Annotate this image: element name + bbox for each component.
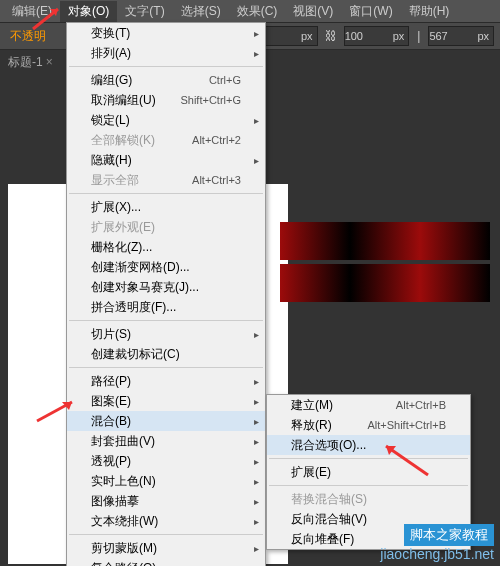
menu-item[interactable]: 复合路径(O) bbox=[67, 558, 265, 566]
menu-item[interactable]: 封套扭曲(V) bbox=[67, 431, 265, 451]
menu-item[interactable]: 建立(M)Alt+Ctrl+B bbox=[267, 395, 470, 415]
menu-item-label: 反向堆叠(F) bbox=[291, 531, 354, 548]
menu-item-label: 混合(B) bbox=[91, 413, 131, 430]
menu-item[interactable]: 编组(G)Ctrl+G bbox=[67, 70, 265, 90]
menu-item[interactable]: 混合选项(O)... bbox=[267, 435, 470, 455]
menu-item-label: 扩展(E) bbox=[291, 464, 331, 481]
shortcut: Ctrl+G bbox=[209, 74, 241, 86]
gradient-rect-2[interactable] bbox=[280, 264, 490, 302]
menu-item-label: 切片(S) bbox=[91, 326, 131, 343]
menu-item[interactable]: 创建渐变网格(D)... bbox=[67, 257, 265, 277]
menu-3[interactable]: 选择(S) bbox=[173, 1, 229, 22]
shortcut: Alt+Shift+Ctrl+B bbox=[367, 419, 446, 431]
menu-0[interactable]: 编辑(E) bbox=[4, 1, 60, 22]
menu-item-label: 创建渐变网格(D)... bbox=[91, 259, 190, 276]
menu-item-label: 释放(R) bbox=[291, 417, 332, 434]
menu-item-label: 锁定(L) bbox=[91, 112, 130, 129]
separator bbox=[69, 367, 263, 368]
menu-item[interactable]: 排列(A) bbox=[67, 43, 265, 63]
menu-item-label: 取消编组(U) bbox=[91, 92, 156, 109]
menu-item[interactable]: 锁定(L) bbox=[67, 110, 265, 130]
menu-item[interactable]: 拼合透明度(F)... bbox=[67, 297, 265, 317]
menu-item[interactable]: 扩展(X)... bbox=[67, 197, 265, 217]
menu-item[interactable]: 路径(P) bbox=[67, 371, 265, 391]
menu-item-label: 混合选项(O)... bbox=[291, 437, 366, 454]
shortcut: Shift+Ctrl+G bbox=[180, 94, 241, 106]
shortcut: Alt+Ctrl+B bbox=[396, 399, 446, 411]
menu-item-label: 封套扭曲(V) bbox=[91, 433, 155, 450]
field-2-input[interactable] bbox=[345, 30, 389, 42]
separator-icon: | bbox=[413, 29, 424, 43]
menu-item: 全部解锁(K)Alt+Ctrl+2 bbox=[67, 130, 265, 150]
object-menu-dropdown: 变换(T)排列(A)编组(G)Ctrl+G取消编组(U)Shift+Ctrl+G… bbox=[66, 22, 266, 566]
menu-item-label: 反向混合轴(V) bbox=[291, 511, 367, 528]
menu-item-label: 建立(M) bbox=[291, 397, 333, 414]
shortcut: Alt+Ctrl+2 bbox=[192, 134, 241, 146]
menu-item-label: 实时上色(N) bbox=[91, 473, 156, 490]
menu-item-label: 全部解锁(K) bbox=[91, 132, 155, 149]
separator bbox=[69, 320, 263, 321]
separator bbox=[69, 66, 263, 67]
field-3-input[interactable] bbox=[429, 30, 473, 42]
menu-item[interactable]: 文本绕排(W) bbox=[67, 511, 265, 531]
menu-6[interactable]: 窗口(W) bbox=[341, 1, 400, 22]
menu-item: 替换混合轴(S) bbox=[267, 489, 470, 509]
menu-item[interactable]: 取消编组(U)Shift+Ctrl+G bbox=[67, 90, 265, 110]
watermark-title: 脚本之家教程 bbox=[404, 524, 494, 546]
menu-item[interactable]: 扩展(E) bbox=[267, 462, 470, 482]
separator bbox=[269, 458, 468, 459]
menu-item[interactable]: 透视(P) bbox=[67, 451, 265, 471]
menu-item-label: 文本绕排(W) bbox=[91, 513, 158, 530]
menu-item-label: 编组(G) bbox=[91, 72, 132, 89]
gradient-rect-1[interactable] bbox=[280, 222, 490, 260]
menu-item-label: 图像描摹 bbox=[91, 493, 139, 510]
menu-item[interactable]: 图案(E) bbox=[67, 391, 265, 411]
menu-item-label: 替换混合轴(S) bbox=[291, 491, 367, 508]
menu-4[interactable]: 效果(C) bbox=[229, 1, 286, 22]
shortcut: Alt+Ctrl+3 bbox=[192, 174, 241, 186]
separator bbox=[69, 534, 263, 535]
watermark-url: jiaocheng.jb51.net bbox=[380, 546, 494, 562]
menu-item-label: 创建对象马赛克(J)... bbox=[91, 279, 199, 296]
menu-item[interactable]: 创建对象马赛克(J)... bbox=[67, 277, 265, 297]
menu-item-label: 透视(P) bbox=[91, 453, 131, 470]
menu-item-label: 变换(T) bbox=[91, 25, 130, 42]
menu-item-label: 剪切蒙版(M) bbox=[91, 540, 157, 557]
menu-5[interactable]: 视图(V) bbox=[285, 1, 341, 22]
menu-item-label: 隐藏(H) bbox=[91, 152, 132, 169]
menu-item: 显示全部Alt+Ctrl+3 bbox=[67, 170, 265, 190]
menu-item-label: 拼合透明度(F)... bbox=[91, 299, 176, 316]
menu-item[interactable]: 创建裁切标记(C) bbox=[67, 344, 265, 364]
menu-item[interactable]: 剪切蒙版(M) bbox=[67, 538, 265, 558]
menu-7[interactable]: 帮助(H) bbox=[401, 1, 458, 22]
field-2[interactable]: px bbox=[344, 26, 410, 46]
menu-2[interactable]: 文字(T) bbox=[117, 1, 172, 22]
menu-item-label: 创建裁切标记(C) bbox=[91, 346, 180, 363]
menu-item[interactable]: 隐藏(H) bbox=[67, 150, 265, 170]
menu-item: 扩展外观(E) bbox=[67, 217, 265, 237]
menu-item-label: 图案(E) bbox=[91, 393, 131, 410]
menu-item-label: 栅格化(Z)... bbox=[91, 239, 152, 256]
menu-1[interactable]: 对象(O) bbox=[60, 1, 117, 22]
menu-item[interactable]: 切片(S) bbox=[67, 324, 265, 344]
menu-item[interactable]: 混合(B) bbox=[67, 411, 265, 431]
separator bbox=[69, 193, 263, 194]
menu-item[interactable]: 栅格化(Z)... bbox=[67, 237, 265, 257]
close-icon[interactable]: × bbox=[46, 55, 53, 69]
field-3[interactable]: px bbox=[428, 26, 494, 46]
menu-item[interactable]: 变换(T) bbox=[67, 23, 265, 43]
menu-item[interactable]: 释放(R)Alt+Shift+Ctrl+B bbox=[267, 415, 470, 435]
menu-item-label: 显示全部 bbox=[91, 172, 139, 189]
menu-item-label: 排列(A) bbox=[91, 45, 131, 62]
opacity-label: 不透明 bbox=[6, 28, 50, 45]
menu-item[interactable]: 实时上色(N) bbox=[67, 471, 265, 491]
menubar: 编辑(E)对象(O)文字(T)选择(S)效果(C)视图(V)窗口(W)帮助(H) bbox=[0, 0, 500, 22]
menu-item[interactable]: 图像描摹 bbox=[67, 491, 265, 511]
separator bbox=[269, 485, 468, 486]
menu-item-label: 扩展(X)... bbox=[91, 199, 141, 216]
menu-item-label: 扩展外观(E) bbox=[91, 219, 155, 236]
menu-item-label: 路径(P) bbox=[91, 373, 131, 390]
link-icon[interactable]: ⛓ bbox=[322, 29, 340, 43]
menu-item-label: 复合路径(O) bbox=[91, 560, 156, 567]
